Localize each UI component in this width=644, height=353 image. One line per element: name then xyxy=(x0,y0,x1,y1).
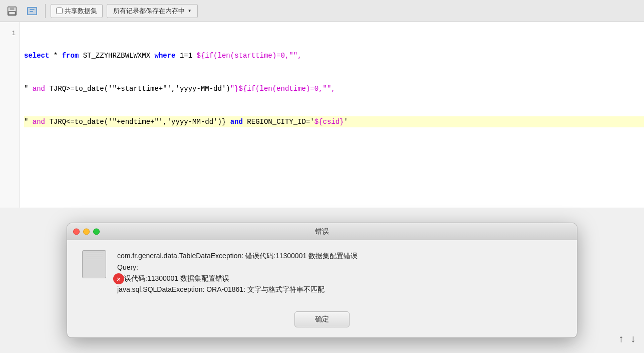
share-dataset-btn[interactable]: 共享数据集 xyxy=(51,4,103,18)
maximize-window-btn[interactable] xyxy=(93,228,100,235)
dropdown-arrow-icon: ▾ xyxy=(188,7,191,15)
bottom-area: ↑ ↓ 错误 ✕ com.fr.gen xyxy=(0,208,644,353)
svg-rect-2 xyxy=(9,11,16,14)
toolbar: 共享数据集 所有记录都保存在内存中 ▾ xyxy=(0,0,644,22)
preview-icon[interactable] xyxy=(24,3,40,19)
toolbar-divider xyxy=(45,4,46,18)
modal-titlebar: 错误 xyxy=(67,223,577,240)
line-number-1: 1 xyxy=(0,28,20,39)
error-line-1: com.fr.general.data.TableDataException: … xyxy=(117,250,565,261)
share-checkbox[interactable] xyxy=(56,8,63,14)
close-window-btn[interactable] xyxy=(73,228,80,235)
document-icon xyxy=(82,250,106,278)
svg-rect-3 xyxy=(28,7,37,15)
code-line-2: " and TJRQ>=to_date('"+starttime+"','yyy… xyxy=(24,83,644,94)
ok-button[interactable]: 确定 xyxy=(294,311,350,327)
memory-btn[interactable]: 所有记录都保存在内存中 ▾ xyxy=(107,4,198,18)
error-line-4: java.sql.SQLDataException: ORA-01861: 文字… xyxy=(117,284,565,295)
modal-error-text: com.fr.general.data.TableDataException: … xyxy=(117,250,565,295)
window-controls xyxy=(73,228,100,235)
memory-label: 所有记录都保存在内存中 xyxy=(113,7,185,16)
minimize-window-btn[interactable] xyxy=(83,228,90,235)
modal-body: ✕ com.fr.general.data.TableDataException… xyxy=(67,240,577,305)
code-line-1: select * from ST_ZZYHRZBWLWXMX where 1=1… xyxy=(24,50,644,61)
share-label: 共享数据集 xyxy=(65,7,97,16)
error-modal: 错误 ✕ com.fr.general.data.TableDataExcept… xyxy=(67,223,577,338)
save-icon[interactable] xyxy=(4,3,20,19)
modal-overlay: 错误 ✕ com.fr.general.data.TableDataExcept… xyxy=(0,208,644,353)
modal-title: 错误 xyxy=(315,227,329,236)
modal-footer: 确定 xyxy=(67,305,577,337)
line-numbers: 1 xyxy=(0,22,20,208)
error-line-3: 错误代码:11300001 数据集配置错误 xyxy=(117,273,565,284)
code-editor: 1 select * from ST_ZZYHRZBWLWXMX where 1… xyxy=(0,22,644,208)
modal-icon-area: ✕ xyxy=(79,250,109,284)
svg-rect-1 xyxy=(10,7,14,10)
error-line-2: Query: xyxy=(117,262,565,273)
code-line-3: " and TJRQ<=to_date('"+endtime+"','yyyy-… xyxy=(24,116,644,127)
code-content[interactable]: select * from ST_ZZYHRZBWLWXMX where 1=1… xyxy=(24,28,644,149)
